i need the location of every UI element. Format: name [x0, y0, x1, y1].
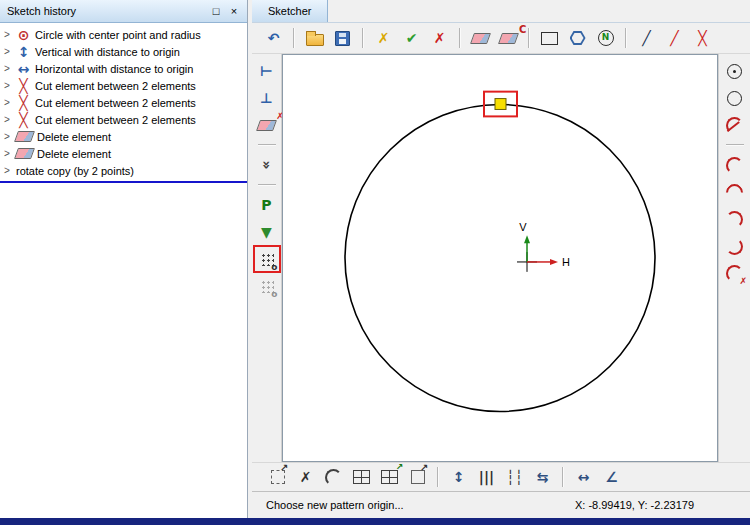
angle-dimension-icon[interactable]: ∠: [598, 465, 625, 490]
history-item-label: Delete element: [37, 148, 111, 160]
history-item[interactable]: >↕Vertical with distance to origin: [0, 43, 247, 60]
horizontal-dimension-icon: ↔: [578, 470, 590, 484]
dotted-lines-icon[interactable]: ┆┆: [501, 465, 528, 490]
sketch-drawing[interactable]: V H: [283, 55, 717, 461]
collapse-toolbar-icon: »: [259, 160, 273, 169]
expand-chevron-icon[interactable]: >: [4, 46, 12, 57]
circle-tool-icon: [727, 91, 742, 106]
erase-selected-icon[interactable]: [255, 113, 279, 137]
scale-pattern-icon[interactable]: [404, 465, 431, 490]
rectangle-tool-icon[interactable]: [536, 26, 563, 51]
delete-arc-icon[interactable]: [723, 261, 747, 285]
save-file-icon[interactable]: [329, 26, 356, 51]
undo-icon[interactable]: ↶: [260, 26, 287, 51]
history-item-label: Delete element: [37, 131, 111, 143]
polygon-tool-icon[interactable]: [564, 26, 591, 51]
close-button[interactable]: ×: [225, 3, 243, 19]
history-item[interactable]: >╳Cut element between 2 elements: [0, 77, 247, 94]
scale-pattern-icon: [411, 470, 425, 484]
arc-center-radius-icon[interactable]: [723, 180, 747, 204]
stacked-dimension-icon[interactable]: ⇆: [529, 465, 556, 490]
delete-all-icon[interactable]: ✗: [370, 26, 397, 51]
trim-point-icon[interactable]: ⊥: [255, 86, 279, 110]
cut-element-icon: ╳: [16, 79, 31, 93]
ngon-tool-icon[interactable]: [592, 26, 619, 51]
arc-center-radius-icon: [722, 180, 746, 204]
arc-3-points-icon[interactable]: [723, 153, 747, 177]
delete-arc-icon: [726, 265, 743, 282]
delete-element-icon: [14, 148, 35, 159]
arc-angle-icon[interactable]: [723, 234, 747, 258]
polygon-tool-icon: [570, 31, 586, 45]
line-tool-icon: ╱: [642, 31, 650, 45]
expand-chevron-icon[interactable]: >: [4, 97, 12, 108]
pattern-grid-move-icon[interactable]: [376, 465, 403, 490]
trim-extend-icon[interactable]: ⊢: [255, 59, 279, 83]
circle-center-point-icon: [727, 64, 742, 79]
pattern-origin-alt-icon[interactable]: [255, 274, 279, 298]
history-item[interactable]: >⊙Circle with center point and radius: [0, 26, 247, 43]
vertical-dimension-icon: ↕: [453, 470, 465, 484]
delete-pattern-icon[interactable]: ✗: [292, 465, 319, 490]
history-item-label: rotate copy (by 2 points): [16, 165, 134, 177]
arc-endpoints-icon[interactable]: [723, 207, 747, 231]
erase-constraints-icon[interactable]: [495, 26, 522, 51]
vertical-dimension-icon[interactable]: ↕: [445, 465, 472, 490]
measure-arc-icon[interactable]: [320, 465, 347, 490]
expand-chevron-icon[interactable]: >: [4, 148, 12, 159]
expand-chevron-icon[interactable]: >: [4, 80, 12, 91]
collapse-toolbar-icon[interactable]: »: [255, 153, 279, 177]
maximize-button[interactable]: □: [207, 3, 225, 19]
move-pattern-icon[interactable]: [264, 465, 291, 490]
history-item[interactable]: >rotate copy (by 2 points): [0, 162, 247, 179]
rectangle-tool-icon: [541, 32, 558, 45]
pattern-origin-icon[interactable]: [255, 247, 279, 271]
open-file-icon[interactable]: [301, 26, 328, 51]
history-item[interactable]: >Delete element: [0, 145, 247, 162]
toolbar-separator: [528, 28, 530, 48]
expand-chevron-icon[interactable]: >: [4, 114, 12, 125]
ngon-tool-icon: [598, 30, 614, 46]
circle-center-point-icon[interactable]: [723, 59, 747, 83]
cancel-sketch-icon[interactable]: ✗: [426, 26, 453, 51]
history-item[interactable]: >Delete element: [0, 128, 247, 145]
circle-tool-icon[interactable]: [723, 86, 747, 110]
pattern-direction-icon[interactable]: ▼: [255, 220, 279, 244]
history-item[interactable]: >╳Cut element between 2 elements: [0, 111, 247, 128]
pattern-origin-handle[interactable]: [495, 99, 506, 110]
move-pattern-icon: [271, 470, 285, 484]
history-item-label: Cut element between 2 elements: [35, 80, 196, 92]
horizontal-dimension-icon[interactable]: ↔: [570, 465, 597, 490]
expand-chevron-icon[interactable]: >: [4, 29, 12, 40]
toolbar-separator: [293, 28, 295, 48]
erase-element-icon[interactable]: [467, 26, 494, 51]
expand-chevron-icon[interactable]: >: [4, 63, 12, 74]
parallel-lines-icon[interactable]: |||: [473, 465, 500, 490]
expand-chevron-icon[interactable]: >: [4, 131, 12, 142]
sketch-canvas[interactable]: V H: [282, 54, 718, 462]
arc-tangent-icon[interactable]: [723, 113, 747, 137]
history-list: >⊙Circle with center point and radius>↕V…: [0, 26, 247, 179]
pattern-origin-icon: [260, 252, 274, 266]
accept-sketch-icon[interactable]: ✔: [398, 26, 425, 51]
pattern-grid-move-icon: [381, 470, 398, 484]
expand-chevron-icon[interactable]: >: [4, 165, 12, 176]
construction-line-icon[interactable]: ╱: [661, 26, 688, 51]
toolbar-separator: [437, 467, 439, 487]
line-tool-icon[interactable]: ╱: [633, 26, 660, 51]
stacked-dimension-icon: ⇆: [537, 470, 549, 484]
panel-title: Sketch history: [7, 5, 207, 17]
sketcher-tab[interactable]: Sketcher: [252, 0, 328, 22]
right-toolbar: [718, 54, 750, 462]
pattern-grid-icon[interactable]: [348, 465, 375, 490]
toolbar-separator: [362, 28, 364, 48]
statusbar: Choose new pattern origin... X: -8.99419…: [252, 491, 750, 518]
pattern-direction-icon: ▼: [261, 225, 272, 239]
history-item[interactable]: >↔Horizontal with distance to origin: [0, 60, 247, 77]
delete-line-icon[interactable]: ╳: [689, 26, 716, 51]
sketcher-main: ⊢⊥»P▼ V H: [252, 54, 750, 462]
sketch-circle[interactable]: [345, 105, 655, 412]
application-window: Sketch history □ × >⊙Circle with center …: [0, 0, 750, 525]
insert-point-icon[interactable]: P: [255, 193, 279, 217]
history-item[interactable]: >╳Cut element between 2 elements: [0, 94, 247, 111]
